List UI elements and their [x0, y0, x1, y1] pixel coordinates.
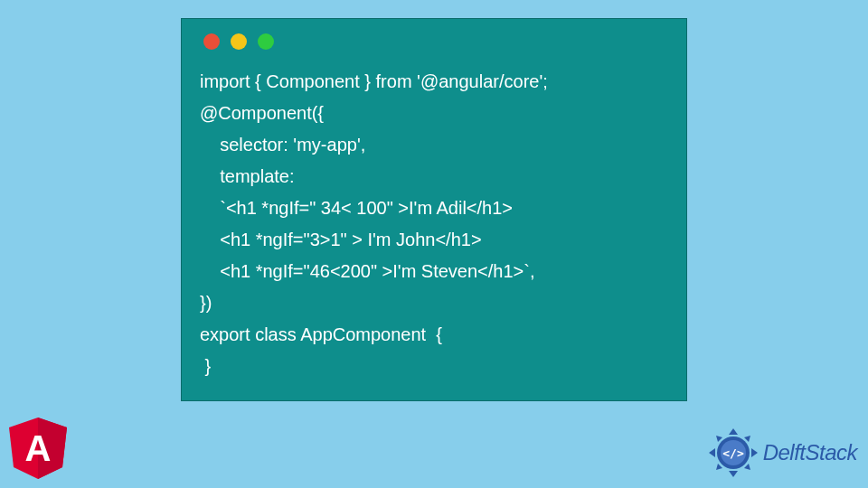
- svg-marker-7: [744, 436, 750, 442]
- code-window: import { Component } from '@angular/core…: [181, 18, 687, 401]
- angular-logo-icon: A: [9, 418, 67, 479]
- svg-marker-2: [729, 428, 738, 435]
- maximize-icon: [258, 33, 274, 50]
- svg-marker-3: [729, 471, 738, 477]
- angular-letter: A: [25, 428, 52, 468]
- svg-marker-5: [751, 448, 758, 457]
- delftstack-logo: </> DelftStack: [707, 427, 857, 479]
- minimize-icon: [231, 33, 247, 50]
- svg-marker-6: [716, 436, 722, 442]
- svg-marker-9: [744, 464, 750, 470]
- delftstack-text: DelftStack: [763, 440, 857, 465]
- svg-marker-4: [709, 448, 715, 457]
- window-controls: [200, 33, 668, 50]
- code-block: import { Component } from '@angular/core…: [200, 66, 668, 382]
- delftstack-badge-icon: </>: [707, 427, 760, 479]
- svg-marker-8: [716, 464, 722, 470]
- svg-text:</>: </>: [722, 446, 744, 460]
- close-icon: [203, 33, 220, 50]
